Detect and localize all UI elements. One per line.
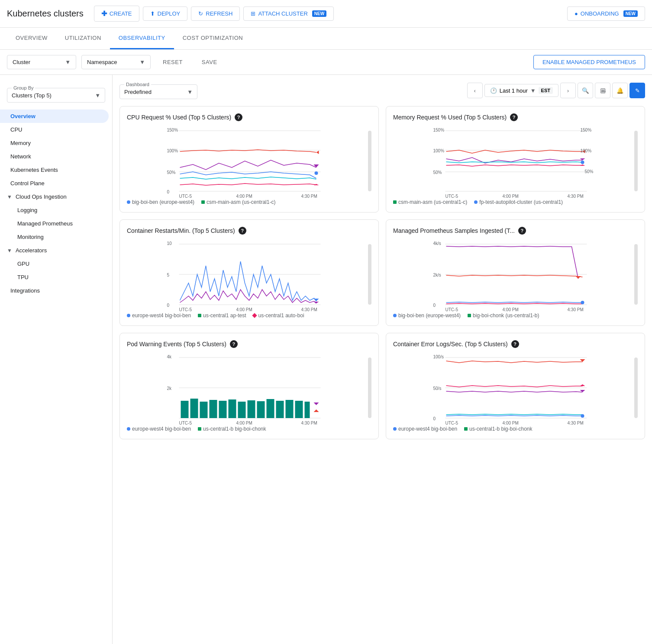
time-prev-button[interactable]: ‹: [467, 83, 483, 98]
sidebar: Group By Clusters (Top 5) ▼ Overview CPU…: [0, 75, 113, 644]
svg-rect-63: [219, 401, 227, 418]
tab-utilization[interactable]: UTILIZATION: [56, 28, 110, 49]
main-content: Group By Clusters (Top 5) ▼ Overview CPU…: [0, 75, 652, 644]
compare-button[interactable]: ⊞̶: [595, 83, 610, 98]
chart-restarts-title: Container Restarts/Min. (Top 5 Clusters)…: [127, 227, 371, 235]
enable-managed-prometheus-button[interactable]: ENABLE MANAGED PROMETHEUS: [533, 55, 645, 69]
prometheus-chart: 4k/s 2k/s 0: [393, 240, 638, 309]
namespace-filter-arrow: ▼: [139, 59, 145, 65]
save-button[interactable]: SAVE: [195, 55, 224, 69]
sidebar-item-memory[interactable]: Memory: [0, 136, 109, 150]
svg-rect-60: [190, 399, 198, 418]
pod-help-icon[interactable]: ?: [230, 340, 238, 348]
namespace-filter[interactable]: Namespace ▼: [81, 55, 151, 69]
restarts-help-icon[interactable]: ?: [239, 227, 246, 235]
time-next-button[interactable]: ›: [560, 83, 576, 98]
prometheus-help-icon[interactable]: ?: [518, 227, 526, 235]
sidebar-item-kubernetes-events[interactable]: Kubernetes Events: [0, 163, 109, 177]
edit-button[interactable]: ✎: [629, 83, 645, 98]
legend-diamond-pink: [252, 313, 257, 318]
prometheus-chart-scrollbar[interactable]: [634, 244, 638, 305]
chart-container-restarts: Container Restarts/Min. (Top 5 Clusters)…: [119, 219, 379, 326]
svg-rect-69: [276, 401, 284, 418]
sidebar-item-integrations[interactable]: Integrations: [0, 284, 109, 297]
svg-text:100%: 100%: [167, 148, 178, 153]
chart-pod-title: Pod Warning Events (Top 5 Clusters) ?: [127, 340, 371, 348]
pod-chart-scrollbar[interactable]: [368, 357, 371, 418]
cluster-filter[interactable]: Cluster ▼: [7, 55, 76, 69]
legend-square-green5: [198, 427, 201, 431]
page-title: Kubernetes clusters: [7, 9, 84, 19]
legend-square-green6: [464, 427, 468, 431]
restarts-chart-scrollbar[interactable]: [368, 244, 371, 305]
legend-dot-blue5: [127, 427, 130, 431]
error-logs-scrollbar[interactable]: [634, 357, 638, 418]
sidebar-item-network[interactable]: Network: [0, 150, 109, 163]
svg-marker-49: [576, 276, 581, 279]
onboarding-new-badge: NEW: [623, 10, 638, 17]
onboarding-button[interactable]: ● ONBOARDING NEW: [567, 6, 645, 21]
time-range-button[interactable]: 🕐 Last 1 hour ▼ EST: [484, 84, 558, 97]
svg-text:100%: 100%: [433, 148, 445, 153]
svg-text:50%: 50%: [585, 169, 594, 174]
svg-text:4k: 4k: [167, 354, 172, 359]
sidebar-item-managed-prometheus[interactable]: Managed Prometheus: [0, 217, 109, 230]
svg-rect-62: [210, 400, 217, 418]
legend-europe-west4-error: europe-west4 big-boi-ben: [393, 426, 457, 432]
time-dropdown-icon: ▼: [530, 87, 536, 94]
legend-dot-blue2: [474, 200, 478, 204]
attach-cluster-button[interactable]: ⊞ ATTACH CLUSTER NEW: [243, 6, 334, 21]
sidebar-item-control-plane[interactable]: Control Plane: [0, 177, 109, 190]
sidebar-item-tpu[interactable]: TPU: [0, 270, 109, 284]
svg-point-50: [581, 301, 584, 304]
svg-text:10: 10: [167, 241, 172, 246]
zoom-button[interactable]: 🔍: [578, 83, 593, 98]
error-logs-legend: europe-west4 big-boi-ben us-central1-b b…: [393, 426, 638, 432]
memory-help-icon[interactable]: ?: [510, 113, 518, 121]
group-by-dropdown[interactable]: Group By Clusters (Top 5) ▼: [7, 85, 105, 103]
svg-text:4:30 PM: 4:30 PM: [568, 421, 584, 425]
cpu-help-icon[interactable]: ?: [235, 113, 242, 121]
accelerators-chevron-icon: ▼: [7, 248, 12, 254]
create-button[interactable]: ✚ CREATE: [94, 6, 139, 22]
compare-icon: ⊞̶: [600, 87, 606, 95]
dashboard-dropdown[interactable]: Dashboard Predefined ▼: [119, 82, 197, 99]
error-help-icon[interactable]: ?: [511, 340, 519, 348]
svg-rect-68: [267, 399, 274, 418]
legend-auto-boi: us-central1 auto-boi: [253, 312, 304, 319]
refresh-button[interactable]: ↻ REFRESH: [191, 6, 240, 21]
create-icon: ✚: [101, 10, 107, 18]
legend-square-green3: [198, 314, 201, 317]
svg-text:50%: 50%: [433, 170, 442, 175]
svg-text:4:30 PM: 4:30 PM: [301, 421, 317, 425]
svg-text:0: 0: [433, 416, 436, 421]
cpu-chart-scrollbar[interactable]: [368, 131, 371, 191]
svg-text:4:30 PM: 4:30 PM: [568, 307, 584, 312]
tabs-bar: OVERVIEW UTILIZATION OBSERVABILITY COST …: [0, 28, 652, 50]
memory-chart-scrollbar[interactable]: [634, 131, 638, 191]
pod-warnings-chart: 4k 2k: [127, 353, 371, 422]
header: Kubernetes clusters ✚ CREATE ⬆ DEPLOY ↻ …: [0, 0, 652, 28]
sidebar-item-cpu[interactable]: CPU: [0, 123, 109, 136]
sidebar-item-logging[interactable]: Logging: [0, 203, 109, 217]
svg-text:4:30 PM: 4:30 PM: [301, 307, 317, 312]
sidebar-item-gpu[interactable]: GPU: [0, 257, 109, 270]
legend-dot-blue4: [393, 314, 397, 317]
tab-overview[interactable]: OVERVIEW: [7, 28, 56, 49]
tab-cost[interactable]: COST OPTIMIZATION: [174, 28, 252, 49]
svg-text:UTC-5: UTC-5: [445, 194, 458, 199]
sidebar-section-cloud-ops[interactable]: ▼ Cloud Ops Ingestion: [0, 190, 112, 203]
error-logs-chart: 100/s 50/s 0: [393, 353, 638, 422]
tab-observability[interactable]: OBSERVABILITY: [110, 28, 174, 49]
reset-button[interactable]: RESET: [156, 55, 190, 69]
svg-text:4:00 PM: 4:00 PM: [236, 421, 252, 425]
onboarding-icon: ●: [575, 10, 578, 17]
alert-button[interactable]: 🔔: [612, 83, 628, 98]
attach-new-badge: NEW: [312, 10, 326, 17]
sidebar-item-overview[interactable]: Overview: [0, 109, 109, 123]
dashboard-area: Dashboard Predefined ▼ ‹ 🕐 Last 1 hour ▼…: [113, 75, 652, 644]
sidebar-section-accelerators[interactable]: ▼ Accelerators: [0, 244, 112, 257]
svg-text:2k: 2k: [167, 386, 172, 391]
sidebar-item-monitoring[interactable]: Monitoring: [0, 230, 109, 244]
deploy-button[interactable]: ⬆ DEPLOY: [143, 6, 188, 21]
